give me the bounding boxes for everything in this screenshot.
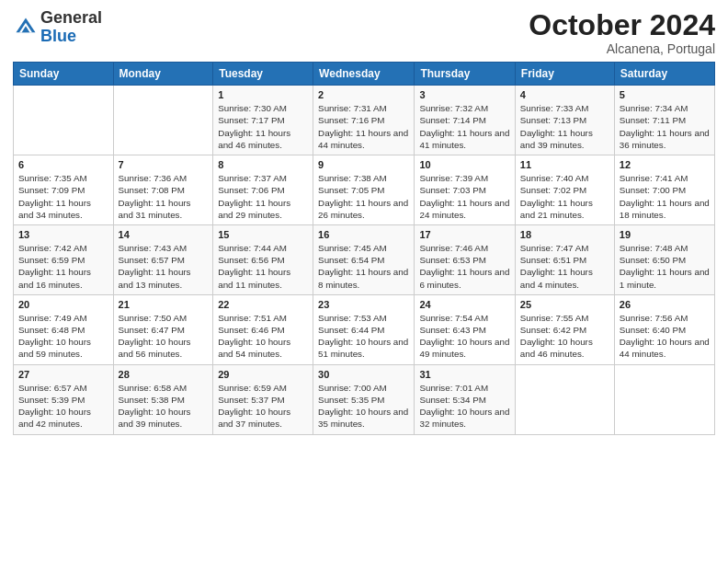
day-detail: Sunrise: 7:47 AMSunset: 6:51 PMDaylight:…	[520, 242, 609, 291]
logo-text: General Blue	[40, 9, 102, 46]
sunset-text: Sunset: 7:13 PM	[520, 114, 609, 126]
col-wednesday: Wednesday	[313, 63, 415, 86]
table-row: 31Sunrise: 7:01 AMSunset: 5:34 PMDayligh…	[415, 364, 515, 434]
sunrise-text: Sunrise: 6:58 AM	[119, 382, 209, 394]
day-number: 13	[18, 229, 108, 240]
calendar-week-row: 27Sunrise: 6:57 AMSunset: 5:39 PMDayligh…	[14, 364, 715, 434]
sunrise-text: Sunrise: 7:01 AM	[419, 382, 509, 394]
sunrise-text: Sunrise: 7:43 AM	[119, 242, 209, 254]
sunset-text: Sunset: 7:03 PM	[419, 184, 509, 196]
day-number: 19	[620, 229, 710, 240]
daylight-text: Daylight: 10 hours and 32 minutes.	[419, 406, 509, 430]
daylight-text: Daylight: 10 hours and 39 minutes.	[119, 406, 209, 430]
col-tuesday: Tuesday	[213, 63, 313, 86]
table-row: 24Sunrise: 7:54 AMSunset: 6:43 PMDayligh…	[415, 294, 515, 364]
sunrise-text: Sunrise: 7:40 AM	[520, 172, 609, 184]
table-row: 30Sunrise: 7:00 AMSunset: 5:35 PMDayligh…	[313, 364, 415, 434]
sunset-text: Sunset: 7:16 PM	[318, 114, 409, 126]
sunset-text: Sunset: 6:51 PM	[520, 254, 609, 266]
logo-general: General	[40, 9, 102, 28]
sunrise-text: Sunrise: 7:35 AM	[18, 172, 108, 184]
day-detail: Sunrise: 7:53 AMSunset: 6:44 PMDaylight:…	[318, 312, 409, 361]
day-number: 20	[18, 299, 108, 310]
sunset-text: Sunset: 7:06 PM	[218, 184, 308, 196]
daylight-text: Daylight: 11 hours and 21 minutes.	[520, 197, 609, 221]
day-detail: Sunrise: 7:54 AMSunset: 6:43 PMDaylight:…	[419, 312, 509, 361]
sunrise-text: Sunrise: 6:59 AM	[218, 382, 308, 394]
col-saturday: Saturday	[614, 63, 714, 86]
sunset-text: Sunset: 5:34 PM	[419, 394, 509, 406]
sunset-text: Sunset: 6:47 PM	[119, 324, 209, 336]
day-number: 14	[119, 229, 209, 240]
daylight-text: Daylight: 11 hours and 26 minutes.	[318, 197, 409, 221]
calendar-week-row: 13Sunrise: 7:42 AMSunset: 6:59 PMDayligh…	[14, 224, 715, 294]
sunrise-text: Sunrise: 7:50 AM	[119, 312, 209, 324]
table-row	[14, 86, 114, 155]
day-number: 30	[318, 369, 409, 380]
calendar-table: Sunday Monday Tuesday Wednesday Thursday…	[13, 62, 715, 434]
day-number: 24	[419, 299, 509, 310]
daylight-text: Daylight: 11 hours and 41 minutes.	[419, 127, 509, 151]
day-detail: Sunrise: 7:56 AMSunset: 6:40 PMDaylight:…	[620, 312, 710, 361]
day-number: 26	[620, 299, 710, 310]
daylight-text: Daylight: 10 hours and 49 minutes.	[419, 336, 509, 360]
table-row: 18Sunrise: 7:47 AMSunset: 6:51 PMDayligh…	[515, 224, 614, 294]
sunrise-text: Sunrise: 7:54 AM	[419, 312, 509, 324]
title-area: October 2024 Alcanena, Portugal	[529, 9, 715, 56]
daylight-text: Daylight: 11 hours and 16 minutes.	[18, 266, 108, 290]
sunset-text: Sunset: 7:02 PM	[520, 184, 609, 196]
sunset-text: Sunset: 5:35 PM	[318, 394, 409, 406]
sunrise-text: Sunrise: 7:44 AM	[218, 242, 308, 254]
day-number: 4	[520, 89, 609, 100]
day-detail: Sunrise: 7:49 AMSunset: 6:48 PMDaylight:…	[18, 312, 108, 361]
day-detail: Sunrise: 7:43 AMSunset: 6:57 PMDaylight:…	[119, 242, 209, 291]
day-number: 16	[318, 229, 409, 240]
sunset-text: Sunset: 5:39 PM	[18, 394, 108, 406]
sunset-text: Sunset: 5:37 PM	[218, 394, 308, 406]
day-number: 22	[218, 299, 308, 310]
day-detail: Sunrise: 7:51 AMSunset: 6:46 PMDaylight:…	[218, 312, 308, 361]
daylight-text: Daylight: 10 hours and 51 minutes.	[318, 336, 409, 360]
table-row: 25Sunrise: 7:55 AMSunset: 6:42 PMDayligh…	[515, 294, 614, 364]
day-number: 2	[318, 89, 409, 100]
day-detail: Sunrise: 7:01 AMSunset: 5:34 PMDaylight:…	[419, 382, 509, 431]
sunrise-text: Sunrise: 6:57 AM	[18, 382, 108, 394]
col-monday: Monday	[113, 63, 213, 86]
day-detail: Sunrise: 7:00 AMSunset: 5:35 PMDaylight:…	[318, 382, 409, 431]
daylight-text: Daylight: 11 hours and 18 minutes.	[620, 197, 710, 221]
sunset-text: Sunset: 7:14 PM	[419, 114, 509, 126]
day-number: 9	[318, 159, 409, 170]
table-row: 29Sunrise: 6:59 AMSunset: 5:37 PMDayligh…	[213, 364, 313, 434]
day-detail: Sunrise: 7:46 AMSunset: 6:53 PMDaylight:…	[419, 242, 509, 291]
col-sunday: Sunday	[14, 63, 114, 86]
daylight-text: Daylight: 11 hours and 46 minutes.	[218, 127, 308, 151]
table-row: 9Sunrise: 7:38 AMSunset: 7:05 PMDaylight…	[313, 155, 415, 225]
day-number: 15	[218, 229, 308, 240]
sunrise-text: Sunrise: 7:51 AM	[218, 312, 308, 324]
sunrise-text: Sunrise: 7:41 AM	[620, 172, 710, 184]
sunrise-text: Sunrise: 7:39 AM	[419, 172, 509, 184]
day-detail: Sunrise: 7:44 AMSunset: 6:56 PMDaylight:…	[218, 242, 308, 291]
logo-icon	[13, 15, 39, 40]
table-row	[614, 364, 714, 434]
day-number: 7	[119, 159, 209, 170]
table-row: 23Sunrise: 7:53 AMSunset: 6:44 PMDayligh…	[313, 294, 415, 364]
day-number: 12	[620, 159, 710, 170]
daylight-text: Daylight: 10 hours and 56 minutes.	[119, 336, 209, 360]
logo-blue: Blue	[40, 28, 102, 46]
sunrise-text: Sunrise: 7:32 AM	[419, 102, 509, 114]
sunrise-text: Sunrise: 7:34 AM	[620, 102, 710, 114]
day-number: 27	[18, 369, 108, 380]
table-row: 15Sunrise: 7:44 AMSunset: 6:56 PMDayligh…	[213, 224, 313, 294]
day-detail: Sunrise: 7:31 AMSunset: 7:16 PMDaylight:…	[318, 102, 409, 151]
sunrise-text: Sunrise: 7:47 AM	[520, 242, 609, 254]
sunset-text: Sunset: 6:57 PM	[119, 254, 209, 266]
sunrise-text: Sunrise: 7:36 AM	[119, 172, 209, 184]
day-detail: Sunrise: 6:57 AMSunset: 5:39 PMDaylight:…	[18, 382, 108, 431]
table-row: 1Sunrise: 7:30 AMSunset: 7:17 PMDaylight…	[213, 86, 313, 155]
day-detail: Sunrise: 6:59 AMSunset: 5:37 PMDaylight:…	[218, 382, 308, 431]
table-row: 26Sunrise: 7:56 AMSunset: 6:40 PMDayligh…	[614, 294, 714, 364]
table-row: 28Sunrise: 6:58 AMSunset: 5:38 PMDayligh…	[113, 364, 213, 434]
daylight-text: Daylight: 10 hours and 44 minutes.	[620, 336, 710, 360]
day-number: 5	[620, 89, 710, 100]
